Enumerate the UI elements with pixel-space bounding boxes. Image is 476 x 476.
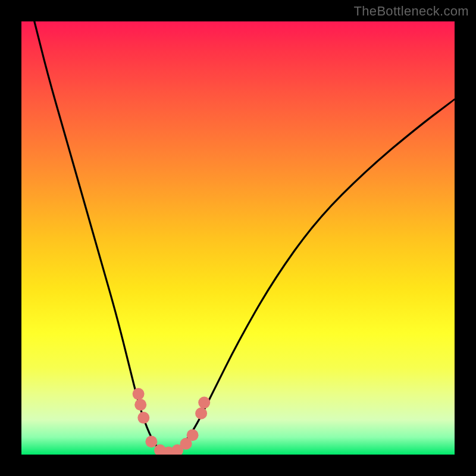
curve-group bbox=[35, 21, 455, 455]
chart-frame: TheBottleneck.com bbox=[0, 0, 476, 476]
plot-area bbox=[21, 21, 455, 455]
marker-dot bbox=[145, 436, 157, 447]
watermark-text: TheBottleneck.com bbox=[354, 4, 469, 19]
marker-dot bbox=[198, 397, 210, 409]
marker-dot bbox=[134, 399, 146, 411]
marker-dot bbox=[137, 412, 149, 424]
bottleneck-curve bbox=[35, 21, 455, 455]
marker-dot bbox=[187, 429, 199, 441]
marker-dot bbox=[133, 388, 145, 400]
chart-svg bbox=[21, 21, 455, 455]
marker-dot bbox=[195, 408, 207, 419]
